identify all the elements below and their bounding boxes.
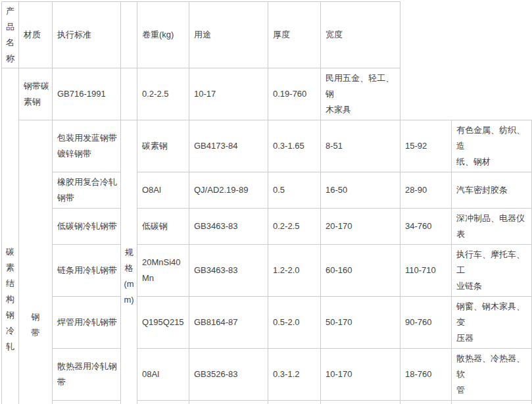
header-thickness: 厚度	[268, 2, 321, 68]
header-usage: 用途	[189, 2, 268, 68]
cell-product: 低碳钢冷轧钢带	[53, 209, 121, 245]
cell-blank-1	[400, 68, 452, 120]
cell-product: 焊管用冷轧钢带	[53, 297, 121, 349]
category-cell: 碳 素 结 构 钢 冷 轧	[2, 68, 19, 404]
cell-usage: 深冲制品、电器仪表	[452, 209, 532, 245]
table-row: 散热器用冷轧钢 带 08Al GB3526-83 0.3-1.2 10-170 …	[2, 349, 532, 401]
cell-thickness: 0.2-0.8	[268, 401, 321, 404]
table-row: 焊管用冷轧钢带 Q195Q215 GB8164-87 0.5-2.0 50-17…	[2, 297, 532, 349]
cell-width: 民用五金、轻工、钢 木家具	[321, 68, 400, 120]
cell-usage: 汽车密封胶条	[452, 172, 532, 209]
cell-usage: 桥梁、大跨度建筑梁	[452, 401, 532, 404]
cell-range: 62-450	[400, 401, 452, 404]
cell-thickness: 1.2-2.0	[268, 245, 321, 297]
cell-width: 60-160	[321, 245, 400, 297]
steel-products-table: 产 品 名 称 材质 执行标准 卷重(kg) 用途 厚度 宽度 碳 素 结 构 …	[1, 1, 532, 404]
header-blank-1	[400, 2, 452, 68]
cell-standard: GB4173-84	[189, 120, 268, 172]
cell-standard: QJ/AD2.19-89	[189, 172, 268, 209]
cell-range: 90-760	[400, 297, 452, 349]
cell-standard: GB4175.1-84	[189, 401, 268, 404]
cell-standard: GB3526-83	[189, 349, 268, 401]
header-material: 材质	[19, 2, 53, 68]
cell-material: 20MnSi40Mn	[137, 245, 189, 297]
table-row: 橡胶用复合冷轧 钢带 O8Al QJ/AD2.19-89 0.5 16-50 2…	[2, 172, 532, 209]
subcategory-cell: 钢 带	[19, 120, 53, 404]
cell-product: 波形管钢带	[53, 401, 121, 404]
cell-product: 橡胶用复合冷轧 钢带	[53, 172, 121, 209]
cell-material: 08Al	[137, 349, 189, 401]
cell-blank-2	[452, 68, 532, 120]
table-row: 低碳钢冷轧钢带 低碳钢 GB3463-83 0.2-2.5 20-170 34-…	[2, 209, 532, 245]
cell-standard: GB3463-83	[189, 245, 268, 297]
cell-product: 散热器用冷轧钢 带	[53, 349, 121, 401]
cell-material: Q195Q215	[137, 401, 189, 404]
cell-usage: 散热器、冷热器、软 管	[452, 349, 532, 401]
cell-range: 34-760	[400, 209, 452, 245]
cell-spec-empty	[121, 68, 137, 120]
cell-thickness: 0.2-2.5	[268, 209, 321, 245]
cell-width: 10-170	[321, 349, 400, 401]
cell-standard: GB716-1991	[53, 68, 121, 120]
cell-coil-weight: 0.2-2.5	[137, 68, 189, 120]
cell-usage: 有色金属、纺织、造 纸、钢材	[452, 120, 532, 172]
cell-width: 50-170	[321, 297, 400, 349]
cell-thickness: 0.5	[268, 172, 321, 209]
table-row: 链条用冷轧钢带 20MnSi40Mn GB3463-83 1.2-2.0 60-…	[2, 245, 532, 297]
cell-width: 20-170	[321, 209, 400, 245]
cell-product: 包装用发蓝钢带 镀锌钢带	[53, 120, 121, 172]
cell-material: 低碳钢	[137, 209, 189, 245]
cell-thickness: 0.3-1.65	[268, 120, 321, 172]
cell-thickness: 0.3-1.2	[268, 349, 321, 401]
header-product-name: 产 品 名 称	[2, 2, 19, 68]
table-row: 波形管钢带 Q195Q215 GB4175.1-84 0.2-0.8 35-10…	[2, 401, 532, 404]
cell-material: 碳素钢	[137, 120, 189, 172]
header-width: 宽度	[321, 2, 400, 68]
cell-product: 链条用冷轧钢带	[53, 245, 121, 297]
table-header-row: 产 品 名 称 材质 执行标准 卷重(kg) 用途 厚度 宽度	[2, 2, 532, 68]
cell-width: 16-50	[321, 172, 400, 209]
header-blank-2	[452, 2, 532, 68]
cell-thickness: 0.19-760	[268, 68, 321, 120]
cell-material: Q195Q215	[137, 297, 189, 349]
header-spec-empty	[121, 2, 137, 68]
header-coil-weight: 卷重(kg)	[137, 2, 189, 68]
cell-width: 35-100	[321, 401, 400, 404]
cell-range: 28-90	[400, 172, 452, 209]
cell-width: 8-51	[321, 120, 400, 172]
cell-material: O8Al	[137, 172, 189, 209]
cell-range: 15-92	[400, 120, 452, 172]
cell-usage: 执行车、摩托车、工 业链条	[452, 245, 532, 297]
header-standard: 执行标准	[53, 2, 121, 68]
cell-range: 110-710	[400, 245, 452, 297]
cell-material: 钢带碳 素钢	[19, 68, 53, 120]
cell-usage: 10-17	[189, 68, 268, 120]
cell-standard: GB8164-87	[189, 297, 268, 349]
table-row: 碳 素 结 构 钢 冷 轧 钢带碳 素钢 GB716-1991 0.2-2.5 …	[2, 68, 532, 120]
cell-usage: 钢窗、钢木家具、变 压器	[452, 297, 532, 349]
table-row: 钢 带 包装用发蓝钢带 镀锌钢带 规 格 (m m) 碳素钢 GB4173-84…	[2, 120, 532, 172]
cell-range: 18-760	[400, 349, 452, 401]
spec-cell: 规 格 (m m)	[121, 120, 137, 404]
cell-thickness: 0.5-2.0	[268, 297, 321, 349]
cell-standard: GB3463-83	[189, 209, 268, 245]
